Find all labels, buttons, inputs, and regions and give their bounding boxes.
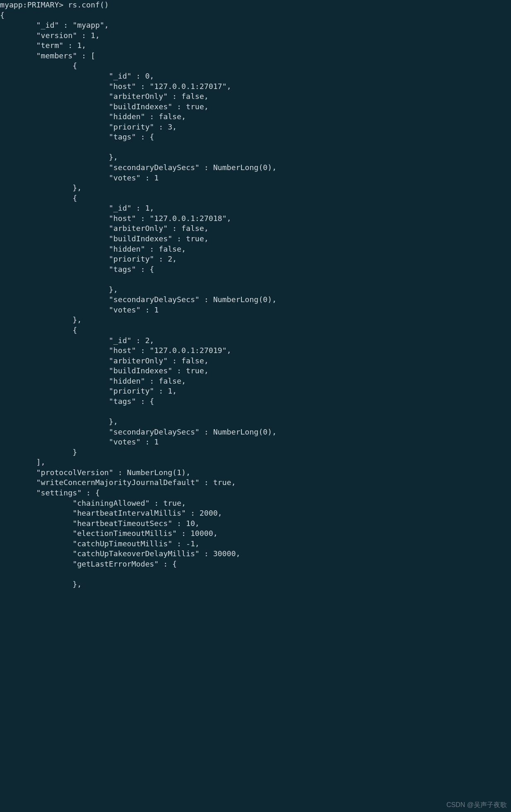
member0-id: 0 [145,72,149,80]
val-id: "myapp" [72,21,104,29]
member1-delay: NumberLong(0) [213,295,272,304]
member1-arbiter: false [181,224,204,233]
set-catchtake: 30000 [213,549,236,558]
member0-delay: NumberLong(0) [213,163,272,172]
member1-build: true [186,234,204,243]
member0-votes: 1 [154,173,159,182]
member1-hidden: false [159,245,181,253]
set-hbint: 2000 [200,509,218,517]
set-hbto: 10 [186,519,195,528]
val-term: 1 [77,41,82,50]
val-wcm: true [213,478,231,487]
member2-host: "127.0.0.1:27019" [149,346,227,355]
set-chain: true [163,499,181,507]
val-protocol: NumberLong(1) [127,468,186,477]
member2-build: true [186,366,204,375]
member0-build: true [186,102,204,111]
member0-priority: 3 [168,123,172,131]
member0-arbiter: false [181,92,204,101]
member2-id: 2 [145,336,149,345]
member2-priority: 1 [168,387,172,395]
member2-hidden: false [159,377,181,385]
set-catchup: -1 [186,539,195,548]
shell-prompt[interactable]: myapp:PRIMARY> rs.conf() [0,0,109,9]
member0-host: "127.0.0.1:27017" [149,82,227,91]
val-version: 1 [91,31,95,40]
member0-hidden: false [159,112,181,121]
member1-id: 1 [145,204,149,212]
member2-votes: 1 [154,437,159,446]
member1-priority: 2 [168,255,172,263]
member2-delay: NumberLong(0) [213,428,272,436]
member2-arbiter: false [181,356,204,365]
member1-votes: 1 [154,305,159,314]
watermark-text: CSDN @吴声子夜歌 [446,800,507,810]
terminal-output[interactable]: myapp:PRIMARY> rs.conf() { "_id" : "myap… [0,0,511,590]
member1-host: "127.0.0.1:27018" [149,214,227,223]
set-elect: 10000 [190,529,213,538]
